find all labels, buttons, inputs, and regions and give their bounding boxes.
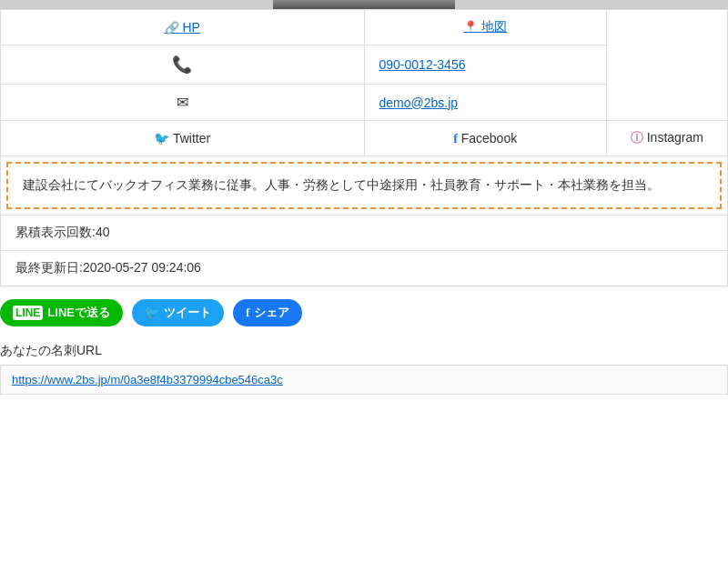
line-send-label: LINEで送る: [47, 305, 110, 321]
viewcount-text: 累積表示回数:40: [15, 225, 109, 239]
link-icon: 🔗: [165, 21, 179, 35]
viewcount-row: 累積表示回数:40: [1, 215, 728, 250]
info-table: 🔗 HP 📍 地図 📞 090-0012-3456: [0, 9, 728, 286]
phone-link[interactable]: 090-0012-3456: [379, 57, 466, 72]
email-address: demo@2bs.jp: [379, 95, 459, 110]
bio-text: 建設会社にてバックオフィス業務に従事。人事・労務として中途採用・社員教育・サポー…: [23, 177, 660, 192]
facebook-icon: f: [453, 132, 458, 146]
meishi-url-text: https://www.2bs.jp/m/0a3e8f4b3379994cbe5…: [12, 373, 283, 386]
email-row: ✉ demo@2bs.jp: [1, 85, 728, 121]
phone-row: 📞 090-0012-3456: [1, 45, 728, 85]
profile-image-partial: [0, 0, 728, 9]
email-value-cell: demo@2bs.jp: [364, 85, 606, 121]
twitter-icon: 🐦: [154, 131, 169, 146]
social-row: 🐦 Twitter f Facebook Ⓘ Instagram: [1, 121, 728, 156]
tweet-label: ツイート: [164, 305, 211, 321]
email-link[interactable]: demo@2bs.jp: [379, 95, 459, 110]
facebook-share-button[interactable]: f シェア: [233, 299, 302, 326]
bio-row: 建設会社にてバックオフィス業務に従事。人事・労務として中途採用・社員教育・サポー…: [1, 156, 728, 216]
twitter-label: Twitter: [173, 131, 210, 146]
meishi-url-label: あなたの名刺URL: [0, 343, 728, 359]
hp-label: HP: [182, 20, 199, 35]
meishi-url-box: https://www.2bs.jp/m/0a3e8f4b3379994cbe5…: [0, 365, 728, 395]
viewcount-cell: 累積表示回数:40: [1, 215, 728, 250]
profile-image: [273, 0, 455, 9]
line-icon: LINE: [13, 306, 43, 320]
map-label: 地図: [481, 19, 507, 34]
action-buttons: LINE LINEで送る 🐦 ツイート f シェア: [0, 286, 728, 336]
email-icon-cell: ✉: [1, 85, 365, 121]
email-icon: ✉: [177, 95, 188, 110]
share-label: シェア: [254, 305, 289, 321]
hp-link[interactable]: 🔗 HP: [165, 20, 200, 35]
twitter-cell[interactable]: 🐦 Twitter: [1, 121, 365, 156]
lastupdate-text: 最終更新日:2020-05-27 09:24:06: [15, 260, 201, 275]
phone-icon: 📞: [172, 55, 192, 74]
instagram-cell[interactable]: Ⓘ Instagram: [606, 121, 727, 156]
tweet-bird-icon: 🐦: [145, 306, 159, 319]
page-wrapper: 🔗 HP 📍 地図 📞 090-0012-3456: [0, 0, 728, 395]
phone-icon-cell: 📞: [1, 45, 365, 85]
phone-value-cell: 090-0012-3456: [364, 45, 606, 85]
instagram-label: Instagram: [647, 130, 703, 145]
map-cell: 📍 地図: [364, 10, 606, 45]
bio-box: 建設会社にてバックオフィス業務に従事。人事・労務として中途採用・社員教育・サポー…: [6, 162, 722, 209]
hp-cell: 🔗 HP: [1, 10, 365, 45]
map-link[interactable]: 📍 地図: [463, 19, 507, 34]
instagram-icon: Ⓘ: [631, 130, 643, 145]
tweet-button[interactable]: 🐦 ツイート: [132, 299, 224, 326]
bio-cell: 建設会社にてバックオフィス業務に従事。人事・労務として中途採用・社員教育・サポー…: [1, 156, 728, 216]
pin-icon: 📍: [463, 20, 478, 34]
line-send-button[interactable]: LINE LINEで送る: [0, 299, 123, 326]
phone-number: 090-0012-3456: [379, 57, 466, 72]
facebook-cell[interactable]: f Facebook: [364, 121, 606, 156]
fb-share-icon: f: [246, 306, 249, 320]
facebook-label: Facebook: [461, 131, 517, 146]
meishi-url-section: あなたの名刺URL https://www.2bs.jp/m/0a3e8f4b3…: [0, 336, 728, 395]
hp-map-row: 🔗 HP 📍 地図: [1, 10, 728, 45]
meishi-url-link[interactable]: https://www.2bs.jp/m/0a3e8f4b3379994cbe5…: [12, 373, 283, 386]
lastupdate-cell: 最終更新日:2020-05-27 09:24:06: [1, 250, 728, 286]
lastupdate-row: 最終更新日:2020-05-27 09:24:06: [1, 250, 728, 286]
